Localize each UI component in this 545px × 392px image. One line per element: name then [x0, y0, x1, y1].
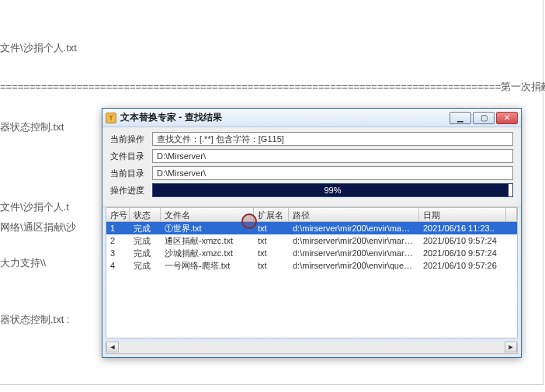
cell-date: 2021/06/16 11:23.. — [419, 224, 506, 233]
current-dir-field: D:\Mirserver\ — [152, 166, 513, 180]
grid-header: 序号 状态 文件名 扩展名 路径 日期 — [106, 208, 517, 222]
scroll-left-button[interactable]: ◄ — [106, 342, 119, 352]
close-icon: ✕ — [504, 114, 510, 122]
table-row[interactable]: 4完成一号网络-爬塔.txttxtd:\mirserver\mir200\env… — [106, 259, 517, 272]
cell-filename: 一号网络-爬塔.txt — [161, 260, 254, 272]
cell-status: 完成 — [130, 223, 161, 234]
app-icon: T — [106, 113, 116, 123]
cell-path: d:\mirserver\mir200\envir\mapquest_d... — [289, 224, 419, 233]
window-title: 文本替换专家 - 查找结果 — [120, 111, 450, 124]
cell-index: 2 — [106, 236, 130, 245]
cell-index: 3 — [106, 248, 130, 258]
bg-text-line: 器状态控制.txt — [0, 120, 64, 134]
cell-status: 完成 — [130, 260, 161, 272]
bg-text-divider: ========================================… — [0, 80, 545, 94]
cell-status: 完成 — [130, 248, 161, 259]
col-header-ext[interactable]: 扩展名 — [254, 208, 289, 221]
col-header-spacer — [506, 208, 517, 221]
cell-date: 2021/06/10 9:57:26 — [419, 261, 506, 270]
cell-filename: 通区捐献-xmzc.txt — [161, 235, 254, 247]
file-root-field: D:\Mirserver\ — [152, 149, 513, 163]
close-button[interactable]: ✕ — [496, 112, 518, 124]
maximize-icon: ▢ — [481, 114, 488, 122]
table-row[interactable]: 1完成①世界.txttxtd:\mirserver\mir200\envir\m… — [106, 222, 517, 234]
progress-label: 操作进度 — [110, 185, 152, 196]
bg-text-line: 文件\沙捐个人.t — [0, 200, 69, 214]
operation-label: 当前操作 — [110, 134, 152, 145]
chevron-left-icon: ◄ — [109, 343, 116, 351]
maximize-button[interactable]: ▢ — [473, 112, 495, 124]
grid-body: 1完成①世界.txttxtd:\mirserver\mir200\envir\m… — [106, 222, 517, 338]
cell-ext: txt — [254, 248, 289, 258]
bg-text-line: 器状态控制.txt : — [0, 313, 70, 327]
col-header-date[interactable]: 日期 — [419, 208, 506, 221]
col-header-file[interactable]: 文件名 — [161, 208, 254, 221]
table-row[interactable]: 3完成沙城捐献-xmzc.txttxtd:\mirserver\mir200\e… — [106, 247, 517, 259]
cell-date: 2021/06/10 9:57:24 — [419, 236, 506, 245]
col-header-path[interactable]: 路径 — [289, 208, 419, 221]
horizontal-scrollbar[interactable]: ◄ ► — [106, 342, 518, 354]
form-area: 当前操作 查找文件：[.**] 包含字符：[G115] 文件目录 D:\Mirs… — [102, 127, 521, 207]
col-header-index[interactable]: 序号 — [106, 208, 130, 221]
cell-status: 完成 — [130, 235, 161, 247]
window-buttons: ▁ ▢ ✕ — [450, 112, 518, 124]
file-root-label: 文件目录 — [110, 151, 152, 162]
operation-field: 查找文件：[.**] 包含字符：[G115] — [152, 132, 513, 146]
progress-remainder — [509, 184, 512, 196]
cell-date: 2021/06/10 9:57:24 — [419, 248, 506, 258]
current-dir-label: 当前目录 — [110, 168, 152, 179]
minimize-button[interactable]: ▁ — [450, 112, 471, 124]
scroll-right-button[interactable]: ► — [505, 342, 517, 352]
chevron-right-icon: ► — [508, 343, 515, 351]
scroll-track[interactable] — [119, 342, 505, 353]
col-header-status[interactable]: 状态 — [130, 208, 161, 221]
cell-index: 4 — [106, 261, 130, 270]
bg-text-line: 文件\沙捐个人.txt — [0, 41, 77, 55]
results-grid: 序号 状态 文件名 扩展名 路径 日期 1完成①世界.txttxtd:\mirs… — [106, 207, 518, 338]
minimize-icon: ▁ — [457, 114, 463, 122]
cell-path: d:\mirserver\mir200\envir\market_def\... — [289, 248, 419, 258]
cell-ext: txt — [254, 261, 289, 270]
table-row[interactable]: 2完成通区捐献-xmzc.txttxtd:\mirserver\mir200\e… — [106, 234, 517, 247]
cell-path: d:\mirserver\mir200\envir\questdiary\... — [289, 261, 419, 270]
cell-path: d:\mirserver\mir200\envir\market_def\1..… — [289, 236, 419, 245]
cell-filename: ①世界.txt — [161, 223, 254, 234]
cell-ext: txt — [254, 236, 289, 245]
bg-text-line: 网络\通区捐献\沙 — [0, 220, 76, 234]
progress-text: 99% — [324, 186, 341, 195]
cell-index: 1 — [106, 224, 130, 233]
cell-filename: 沙城捐献-xmzc.txt — [161, 248, 254, 259]
titlebar[interactable]: T 文本替换专家 - 查找结果 ▁ ▢ ✕ — [102, 109, 521, 127]
progress-bar: 99% — [152, 183, 513, 197]
search-results-dialog: T 文本替换专家 - 查找结果 ▁ ▢ ✕ 当前操作 查找文件：[.**] 包含… — [102, 108, 522, 358]
bg-text-line: 大力支持\\ — [0, 256, 46, 270]
cell-ext: txt — [254, 224, 289, 233]
